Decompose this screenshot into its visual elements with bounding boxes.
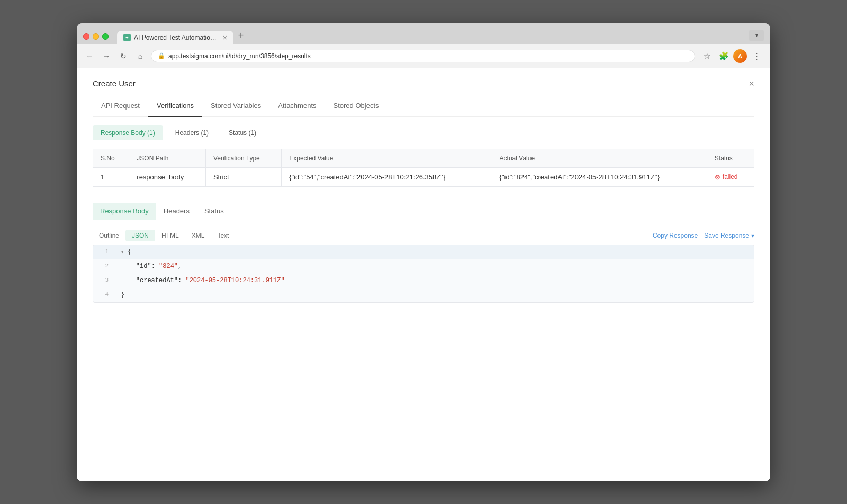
verification-table: S.No JSON Path Verification Type Expecte… — [93, 149, 754, 187]
col-expected-value: Expected Value — [282, 149, 492, 167]
main-tabs: API Request Verifications Stored Variabl… — [93, 95, 754, 117]
col-status: Status — [707, 149, 754, 167]
col-json-path: JSON Path — [129, 149, 206, 167]
cell-sno: 1 — [93, 167, 129, 186]
code-editor: 1 ▾ { 2 "id": "824", 3 "createdA — [93, 245, 754, 303]
subtab-status[interactable]: Status (1) — [221, 125, 264, 140]
status-failed-badge: ⊗ failed — [715, 173, 746, 181]
line-content-4: } — [114, 289, 131, 301]
browser-navbar: ← → ↻ ⌂ 🔒 app.testsigma.com/ui/td/dry_ru… — [77, 44, 770, 68]
response-tab-headers[interactable]: Headers — [156, 203, 197, 220]
copy-response-button[interactable]: Copy Response — [653, 232, 698, 239]
format-tab-outline[interactable]: Outline — [93, 230, 125, 241]
tab-favicon: ✦ — [123, 34, 131, 41]
line-content-1: ▾ { — [114, 246, 138, 258]
failed-label: failed — [723, 173, 738, 181]
dialog-close-button[interactable]: × — [749, 79, 754, 88]
back-button[interactable]: ← — [83, 50, 96, 62]
format-tab-json[interactable]: JSON — [125, 230, 155, 241]
subtab-response-body[interactable]: Response Body (1) — [93, 125, 163, 140]
response-tabs: Response Body Headers Status — [93, 203, 754, 220]
close-traffic-light[interactable] — [83, 33, 89, 40]
fold-indicator[interactable]: ▾ — [121, 249, 124, 255]
failed-icon: ⊗ — [715, 173, 720, 181]
extensions-button[interactable]: 🧩 — [716, 49, 731, 64]
maximize-traffic-light[interactable] — [102, 33, 109, 40]
tab-api-request[interactable]: API Request — [93, 95, 148, 117]
format-actions: Copy Response Save Response ▾ — [653, 232, 754, 239]
dialog-header: Create User × — [93, 79, 754, 95]
menu-button[interactable]: ⋮ — [749, 49, 764, 64]
tab-attachments[interactable]: Attachments — [269, 95, 325, 117]
cell-status: ⊗ failed — [707, 167, 754, 186]
subtabs: Response Body (1) Headers (1) Status (1) — [93, 125, 754, 140]
line-number-2: 2 — [93, 260, 114, 273]
new-tab-button[interactable]: + — [233, 29, 248, 43]
reload-button[interactable]: ↻ — [117, 50, 130, 62]
code-line-2: 2 "id": "824", — [93, 259, 754, 274]
browser-content: Create User × API Request Verifications … — [77, 68, 770, 481]
line-number-4: 4 — [93, 289, 114, 301]
dialog-title: Create User — [93, 79, 136, 88]
format-tab-html[interactable]: HTML — [155, 230, 185, 241]
cell-actual-value: {"id":"824","createdAt":"2024-05-28T10:2… — [492, 167, 707, 186]
format-tabs-bar: Outline JSON HTML XML Text Copy Response — [93, 227, 754, 245]
response-section: Response Body Headers Status Outline JSO… — [93, 203, 754, 303]
table-header-row: S.No JSON Path Verification Type Expecte… — [93, 149, 754, 167]
format-tab-xml[interactable]: XML — [185, 230, 211, 241]
line-number-1: 1 — [93, 246, 114, 258]
col-sno: S.No — [93, 149, 129, 167]
security-icon: 🔒 — [158, 52, 165, 59]
line-content-2: "id": "824", — [114, 260, 188, 273]
address-bar[interactable]: 🔒 app.testsigma.com/ui/td/dry_run/3856/s… — [151, 50, 695, 62]
tab-verifications[interactable]: Verifications — [148, 95, 202, 117]
chevron-down-icon: ▾ — [751, 232, 754, 239]
save-response-button[interactable]: Save Response ▾ — [704, 232, 754, 239]
browser-window: ✦ AI Powered Test Automation P... × + ▾ … — [77, 23, 770, 481]
nav-actions: ☆ 🧩 A ⋮ — [699, 49, 764, 64]
tab-dropdown-button[interactable]: ▾ — [749, 30, 764, 41]
format-tab-text[interactable]: Text — [211, 230, 235, 241]
code-line-4: 4 } — [93, 288, 754, 302]
cell-expected-value: {"id":"54","createdAt":"2024-05-28T10:21… — [282, 167, 492, 186]
bookmark-button[interactable]: ☆ — [699, 49, 714, 64]
line-number-3: 3 — [93, 275, 114, 287]
cell-verification-type: Strict — [205, 167, 281, 186]
tab-stored-objects[interactable]: Stored Objects — [325, 95, 388, 117]
url-text: app.testsigma.com/ui/td/dry_run/3856/ste… — [168, 52, 688, 60]
tab-stored-variables[interactable]: Stored Variables — [202, 95, 269, 117]
line-content-3: "createdAt": "2024-05-28T10:24:31.911Z" — [114, 275, 291, 287]
browser-tab-active[interactable]: ✦ AI Powered Test Automation P... × — [117, 31, 233, 44]
forward-button[interactable]: → — [100, 50, 113, 62]
code-line-1: 1 ▾ { — [93, 245, 754, 259]
user-avatar[interactable]: A — [733, 49, 747, 63]
tab-bar: ✦ AI Powered Test Automation P... × + — [117, 29, 248, 44]
browser-controls — [83, 33, 109, 40]
browser-titlebar: ✦ AI Powered Test Automation P... × + ▾ — [77, 23, 770, 44]
col-actual-value: Actual Value — [492, 149, 707, 167]
subtab-headers[interactable]: Headers (1) — [167, 125, 217, 140]
col-verification-type: Verification Type — [205, 149, 281, 167]
response-tab-body[interactable]: Response Body — [93, 203, 156, 220]
tab-close-button[interactable]: × — [223, 34, 227, 41]
code-line-3: 3 "createdAt": "2024-05-28T10:24:31.911Z… — [93, 274, 754, 288]
tab-title: AI Powered Test Automation P... — [134, 34, 220, 41]
minimize-traffic-light[interactable] — [93, 33, 99, 40]
cell-json-path: response_body — [129, 167, 206, 186]
response-tab-status[interactable]: Status — [197, 203, 231, 220]
table-row: 1 response_body Strict {"id":"54","creat… — [93, 167, 754, 186]
home-button[interactable]: ⌂ — [134, 50, 147, 62]
